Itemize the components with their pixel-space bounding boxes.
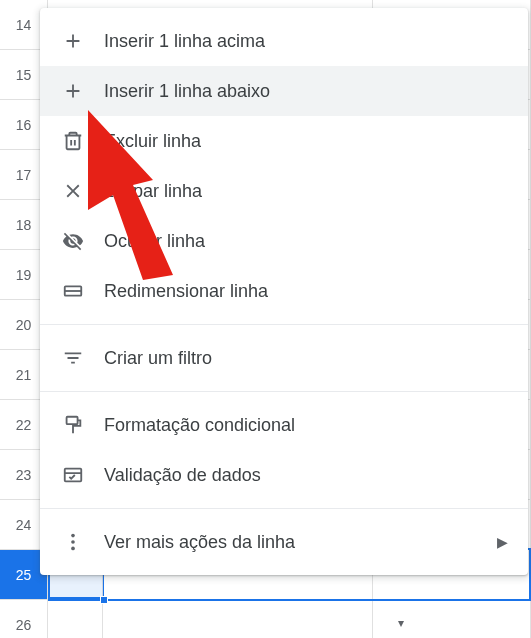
menu-create-filter[interactable]: Criar um filtro [40,333,528,383]
menu-label: Limpar linha [104,181,508,202]
menu-divider [40,508,528,509]
menu-delete-row[interactable]: Excluir linha [40,116,528,166]
menu-label: Redimensionar linha [104,281,508,302]
menu-more-row-actions[interactable]: Ver mais ações da linha ▶ [40,517,528,567]
paint-icon [60,412,86,438]
menu-insert-row-above[interactable]: Inserir 1 linha acima [40,16,528,66]
menu-data-validation[interactable]: Validação de dados [40,450,528,500]
menu-divider [40,324,528,325]
menu-label: Excluir linha [104,131,508,152]
menu-label: Validação de dados [104,465,508,486]
validation-icon [60,462,86,488]
menu-conditional-formatting[interactable]: Formatação condicional [40,400,528,450]
menu-clear-row[interactable]: Limpar linha [40,166,528,216]
fill-handle[interactable] [100,596,108,604]
menu-label: Criar um filtro [104,348,508,369]
context-menu: Inserir 1 linha acima Inserir 1 linha ab… [40,8,528,575]
menu-label: Inserir 1 linha acima [104,31,508,52]
plus-icon [60,28,86,54]
menu-label: Inserir 1 linha abaixo [104,81,508,102]
row-header-26[interactable]: 26 [0,600,48,638]
menu-resize-row[interactable]: Redimensionar linha [40,266,528,316]
svg-rect-2 [65,469,82,482]
menu-insert-row-below[interactable]: Inserir 1 linha abaixo [40,66,528,116]
svg-point-3 [71,534,75,538]
resize-icon [60,278,86,304]
plus-icon [60,78,86,104]
trash-icon [60,128,86,154]
eye-off-icon [60,228,86,254]
more-icon [60,529,86,555]
menu-divider [40,391,528,392]
dropdown-caret-icon: ▾ [398,616,404,630]
x-icon [60,178,86,204]
filter-icon [60,345,86,371]
menu-hide-row[interactable]: Ocultar linha [40,216,528,266]
submenu-arrow-icon: ▶ [497,534,508,550]
menu-label: Ocultar linha [104,231,508,252]
svg-rect-1 [67,417,78,424]
svg-point-4 [71,540,75,544]
svg-point-5 [71,547,75,551]
menu-label: Ver mais ações da linha [104,532,497,553]
menu-label: Formatação condicional [104,415,508,436]
